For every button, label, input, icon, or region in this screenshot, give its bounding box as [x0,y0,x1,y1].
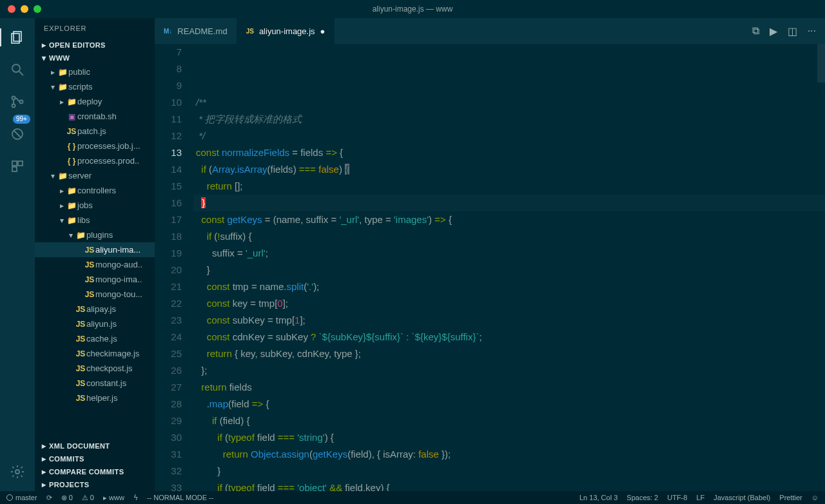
tree-node[interactable]: JSalipay.js [35,302,155,316]
tree-node[interactable]: JSmongo-aud.. [35,257,155,272]
code-line[interactable]: } [193,463,825,480]
feedback-icon[interactable]: ☺ [811,494,819,501]
section-compare[interactable]: ▸COMPARE COMMITS [35,465,155,478]
tree-node[interactable]: JSmongo-tou... [35,287,155,302]
vim-mode: -- NORMAL MODE -- [147,494,213,501]
tree-node[interactable]: { }processes.job.j... [35,139,155,153]
tree-node[interactable]: ▸📁deploy [35,94,155,109]
tree-node[interactable]: ▸📁public [35,64,155,79]
tree-node[interactable]: JScheckimage.js [35,346,155,361]
svg-rect-10 [18,161,23,166]
code-line[interactable]: } [193,195,825,211]
tree-node[interactable]: ▸📁jobs [35,198,155,213]
twisty-icon: ▾ [49,171,57,180]
section-xml[interactable]: ▸XML DOCUMENT [35,440,155,452]
js-icon: JS [75,305,86,314]
cursor-position[interactable]: Ln 13, Col 3 [579,494,617,501]
twisty-icon: ▾ [58,216,66,225]
problems-warnings[interactable]: ⚠ 0 [82,494,94,502]
git-branch[interactable]: master [6,494,37,501]
explorer-tab-icon[interactable] [8,28,26,46]
code-line[interactable]: const getKeys = (name, suffix = '_url', … [193,211,825,228]
scrollbar-thumb[interactable] [817,44,825,82]
code-line[interactable]: const normalizeFields = fields => { [193,144,825,161]
run-icon[interactable]: ▶ [770,25,777,37]
section-open-editors[interactable]: ▸OPEN EDITORS [35,39,155,52]
code-line[interactable]: return []; [193,178,825,195]
svg-point-4 [12,97,15,100]
twisty-icon: ▸ [58,201,66,210]
tree-node[interactable]: JSaliyun-ima... [35,242,155,257]
tree-node[interactable]: JShelper.js [35,391,155,405]
tree-node[interactable]: ▾📁plugins [35,228,155,242]
debug-tab-icon[interactable] [8,125,26,143]
tree-node[interactable]: ▾📁libs [35,213,155,228]
tree-node[interactable]: JSaliyun.js [35,316,155,331]
code-line[interactable]: if (typeof field === 'string') { [193,429,825,446]
tree-node[interactable]: ▸📁controllers [35,183,155,198]
svg-line-8 [14,130,21,138]
code-line[interactable]: const cdnKey = subKey ? `${subKey}${suff… [193,329,825,345]
tree-node[interactable]: ▾📁server [35,168,155,183]
tree-node[interactable]: JSconstant.js [35,376,155,391]
code-lines[interactable]: /** * 把字段转成标准的格式 */const normalizeFields… [193,44,825,491]
tree-node[interactable]: { }processes.prod.. [35,153,155,168]
tree-node[interactable]: JScache.js [35,331,155,346]
code-line[interactable]: } [193,262,825,278]
code-line[interactable]: .map(field => { [193,396,825,412]
status-action-icon[interactable]: ϟ [133,494,138,502]
code-line[interactable]: suffix = '_url'; [193,245,825,262]
section-commits[interactable]: ▸COMMITS [35,452,155,465]
tree-node[interactable]: JScheckpost.js [35,361,155,376]
js-icon: JS [75,320,86,329]
code-line[interactable]: return { key, subKey, cdnKey, type }; [193,345,825,362]
tree-node[interactable]: JSpatch.js [35,124,155,139]
settings-gear-icon[interactable] [8,463,26,481]
code-line[interactable]: const tmp = name.split('.'); [193,278,825,295]
tree-node[interactable]: ▾📁scripts [35,79,155,94]
editor-tab[interactable]: M↓README.md [155,18,237,44]
twisty-icon: ▾ [67,231,75,240]
prettier-status[interactable]: Prettier [779,494,802,501]
status-folder[interactable]: ▸ www [103,494,124,502]
extensions-tab-icon[interactable] [8,157,26,175]
js-icon: JS [75,379,86,388]
tree-node-label: scripts [68,82,93,92]
code-line[interactable]: if (field) { [193,412,825,429]
section-www[interactable]: ▾WWW [35,52,155,64]
indent-setting[interactable]: Spaces: 2 [626,494,658,501]
code-line[interactable]: if (typeof field === 'object' && field.k… [193,480,825,491]
code-line[interactable]: return fields [193,379,825,396]
code-line[interactable]: * 把字段转成标准的格式 [193,111,825,128]
code-editor[interactable]: 7891011121314151617181920212223242526272… [155,44,825,491]
language-mode[interactable]: Javascript (Babel) [713,494,770,501]
code-line[interactable]: /** [193,94,825,111]
tree-node-label: plugins [86,230,113,240]
search-tab-icon[interactable] [8,61,26,79]
json-icon: { } [66,157,77,166]
code-line[interactable]: if (Array.isArray(fields) === false) { [193,161,825,178]
tree-node[interactable]: ▣crontab.sh [35,109,155,124]
scm-badge: 99+ [13,115,30,124]
editor-tab[interactable]: JSaliyun-image.js● [237,18,335,44]
code-line[interactable]: if (!suffix) { [193,228,825,245]
code-line[interactable]: }; [193,362,825,379]
js-file-icon: JS [246,28,254,35]
eol[interactable]: LF [696,494,704,501]
code-line[interactable]: */ [193,128,825,144]
code-line[interactable]: return Object.assign(getKeys(field), { i… [193,446,825,463]
tree-node-label: server [68,171,92,180]
compare-changes-icon[interactable]: ⧉ [752,25,759,37]
more-actions-icon[interactable]: ··· [808,25,816,37]
section-projects[interactable]: ▸PROJECTS [35,478,155,491]
tree-node[interactable]: JSmongo-ima.. [35,272,155,287]
scm-tab-icon[interactable] [8,93,26,111]
code-line[interactable]: const key = tmp[0]; [193,295,825,312]
split-editor-icon[interactable]: ◫ [788,25,797,37]
git-sync-icon[interactable]: ⟳ [46,494,52,502]
problems-errors[interactable]: ⊗ 0 [61,494,73,502]
encoding[interactable]: UTF-8 [667,494,687,501]
dirty-indicator-icon[interactable]: ● [320,26,325,36]
code-line[interactable]: const subKey = tmp[1]; [193,312,825,329]
tree-node-label: jobs [77,200,93,210]
